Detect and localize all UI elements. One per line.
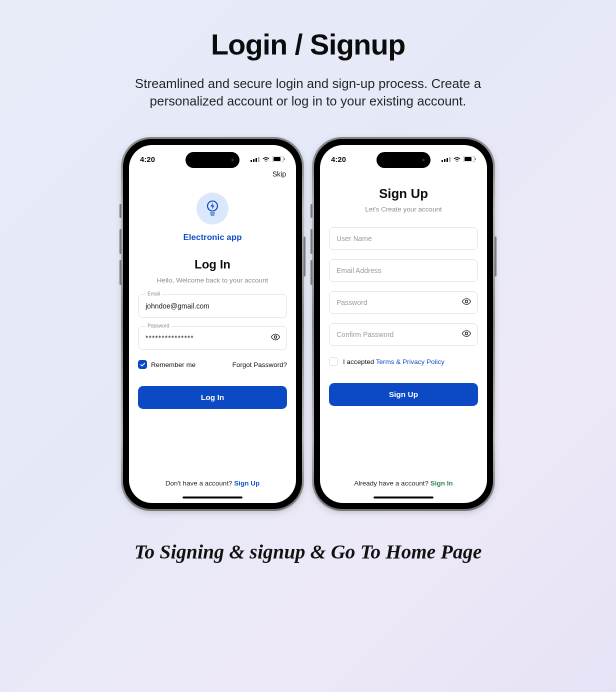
- accept-text: I accepted: [343, 358, 376, 366]
- password-field-wrapper: Password: [138, 326, 287, 350]
- signal-icon: [250, 156, 260, 162]
- email-input[interactable]: [138, 294, 286, 318]
- signal-icon: [442, 156, 450, 162]
- eye-icon[interactable]: [462, 296, 472, 308]
- login-footer: Don't have a account? Sign Up: [129, 480, 296, 487]
- login-footer-text: Don't have a account?: [166, 480, 234, 487]
- svg-rect-2: [256, 158, 257, 162]
- login-heading: Log In: [129, 258, 296, 272]
- login-subtext: Hello, Welcome back to your account: [129, 276, 296, 284]
- svg-rect-1: [253, 159, 254, 162]
- svg-rect-11: [446, 158, 448, 162]
- phone-signup: 4:20 Sign Up Let's Create your account: [314, 139, 493, 509]
- accept-terms-row[interactable]: I accepted Terms & Privacy Policy: [329, 357, 478, 366]
- app-logo: [196, 192, 228, 224]
- password-input[interactable]: [330, 292, 478, 314]
- svg-point-16: [466, 300, 468, 303]
- svg-rect-3: [258, 157, 260, 162]
- email-input[interactable]: [330, 260, 478, 282]
- password-label: Password: [146, 323, 172, 328]
- checkbox-unchecked-icon[interactable]: [329, 357, 338, 366]
- username-input[interactable]: [330, 228, 478, 250]
- home-indicator: [374, 496, 434, 498]
- username-field-wrapper: [329, 227, 478, 250]
- svg-rect-15: [475, 158, 476, 160]
- confirm-password-input[interactable]: [330, 324, 478, 346]
- signup-subtext: Let's Create your account: [320, 206, 487, 213]
- wifi-icon: [262, 156, 270, 162]
- status-icons: [250, 156, 285, 162]
- svg-rect-9: [442, 160, 443, 162]
- battery-icon: [272, 156, 285, 162]
- battery-icon: [464, 156, 476, 162]
- status-time: 4:20: [140, 155, 155, 164]
- svg-rect-5: [274, 157, 280, 161]
- wifi-icon: [453, 156, 461, 162]
- email-label: Email: [146, 291, 162, 296]
- forgot-password-link[interactable]: Forgot Password?: [232, 361, 287, 368]
- remember-checkbox[interactable]: Remember me: [138, 360, 196, 369]
- signup-footer-text: Already have a account?: [354, 480, 430, 487]
- terms-link[interactable]: Terms & Privacy Policy: [376, 358, 444, 366]
- phone-mockups: 4:20 Skip Electronic app Log In Hello, W…: [0, 139, 616, 509]
- status-icons: [442, 156, 476, 162]
- remember-label: Remember me: [151, 361, 196, 368]
- dynamic-island: [376, 152, 430, 168]
- bulb-bolt-icon: [205, 200, 220, 218]
- password-input[interactable]: [138, 326, 286, 350]
- signup-link[interactable]: Sign Up: [234, 480, 260, 487]
- app-name: Electronic app: [129, 232, 296, 242]
- phone-login: 4:20 Skip Electronic app Log In Hello, W…: [123, 139, 302, 509]
- svg-rect-0: [250, 160, 252, 162]
- eye-icon[interactable]: [270, 332, 280, 344]
- dynamic-island: [186, 152, 240, 168]
- svg-rect-12: [449, 157, 450, 162]
- checkbox-checked-icon: [138, 360, 147, 369]
- page-subtitle: Streamlined and secure login and sign-up…: [108, 75, 508, 110]
- signup-heading: Sign Up: [320, 186, 487, 202]
- signin-link[interactable]: Sign In: [430, 480, 453, 487]
- confirm-password-field-wrapper: [329, 323, 478, 346]
- email-field-wrapper: [329, 259, 478, 282]
- password-field-wrapper: [329, 291, 478, 314]
- page-title: Login / Signup: [0, 28, 616, 61]
- svg-rect-10: [444, 159, 446, 162]
- signup-footer: Already have a account? Sign In: [320, 480, 487, 487]
- login-button[interactable]: Log In: [138, 386, 287, 409]
- signup-button[interactable]: Sign Up: [329, 383, 478, 406]
- home-indicator: [182, 496, 242, 498]
- svg-point-8: [274, 336, 277, 338]
- svg-rect-14: [464, 157, 472, 161]
- bottom-caption: To Signing & signup & Go To Home Page: [0, 540, 616, 564]
- status-time: 4:20: [331, 155, 346, 164]
- skip-button[interactable]: Skip: [272, 170, 286, 178]
- svg-point-17: [466, 332, 468, 335]
- eye-icon[interactable]: [462, 328, 472, 340]
- svg-rect-6: [284, 158, 285, 160]
- email-field-wrapper: Email: [138, 294, 287, 318]
